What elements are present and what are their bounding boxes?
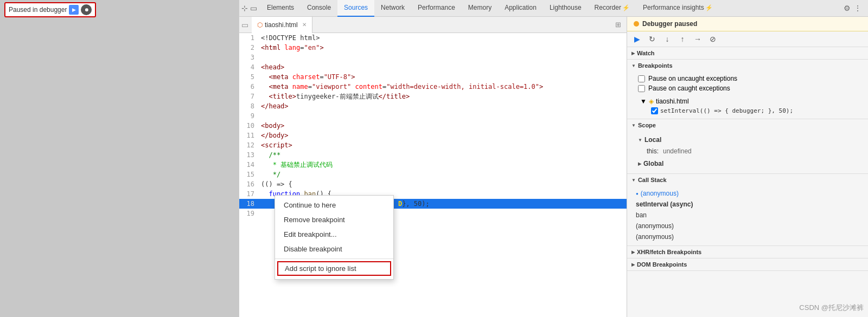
resume-execution-btn[interactable]: ▶ bbox=[631, 34, 642, 44]
tab-bar-right: ⚙ ⋮ bbox=[844, 4, 866, 12]
source-panel-icon: ▭ bbox=[241, 21, 248, 29]
deactivate-bp-btn[interactable]: ⊘ bbox=[707, 34, 718, 44]
context-menu-edit-bp[interactable]: Edit breakpoint... bbox=[275, 227, 393, 242]
tab-sources[interactable]: Sources bbox=[337, 0, 374, 17]
tab-network[interactable]: Network bbox=[374, 0, 411, 17]
step-btn[interactable]: → bbox=[692, 34, 703, 44]
call-stack-section: ▼ Call Stack (anonymous) setInterval (as… bbox=[627, 174, 868, 246]
watch-triangle: ▶ bbox=[631, 51, 635, 56]
tab-recorder[interactable]: Recorder ⚡ bbox=[588, 0, 636, 17]
record-button[interactable]: ⏺ bbox=[81, 4, 92, 15]
more-icon[interactable]: ⋮ bbox=[854, 4, 861, 12]
bp-triangle: ▼ bbox=[631, 63, 636, 68]
call-stack-label: Call Stack bbox=[638, 177, 667, 183]
callstack-item-anon1[interactable]: (anonymous) bbox=[631, 188, 864, 199]
paused-dot bbox=[634, 21, 639, 27]
watch-label: Watch bbox=[637, 50, 655, 56]
recorder-icon: ⚡ bbox=[622, 4, 630, 11]
xhr-section: ▶ XHR/fetch Breakpoints bbox=[627, 246, 868, 258]
step-out-btn[interactable]: ↑ bbox=[677, 34, 688, 44]
debugger-paused-banner: Debugger paused bbox=[627, 17, 868, 31]
debug-toolbar: ▶ ↻ ↓ ↑ → ⊘ bbox=[627, 31, 868, 47]
code-line-14: 14 * 基础禁止调试代码 bbox=[239, 160, 627, 170]
source-file-tab[interactable]: ⬡ tiaoshi.html ✕ bbox=[252, 17, 312, 33]
right-panel: Debugger paused ▶ ↻ ↓ ↑ → ⊘ ▶ Watch bbox=[627, 17, 868, 317]
scope-triangle: ▼ bbox=[631, 123, 636, 128]
code-line-15: 15 */ bbox=[239, 170, 627, 179]
dom-bp-label: DOM Breakpoints bbox=[637, 261, 687, 268]
context-menu-disable-bp[interactable]: Disable breakpoint bbox=[275, 242, 393, 256]
context-menu-continue[interactable]: Continue to here bbox=[275, 198, 393, 212]
context-menu: Continue to here Remove breakpoint Edit … bbox=[275, 195, 394, 280]
scope-header[interactable]: ▼ Scope bbox=[627, 119, 868, 131]
pause-uncaught-checkbox[interactable] bbox=[638, 75, 645, 82]
settings-icon[interactable]: ⚙ bbox=[844, 4, 851, 12]
device-icon[interactable]: ▭ bbox=[250, 4, 257, 12]
debugger-paused-label: Debugger paused bbox=[642, 20, 697, 28]
close-tab-button[interactable]: ✕ bbox=[302, 22, 307, 28]
code-line-12: 12 <script> bbox=[239, 140, 627, 150]
source-filename: tiaoshi.html bbox=[265, 21, 298, 29]
pause-caught-item: Pause on caught exceptions bbox=[638, 83, 864, 93]
pause-uncaught-label: Pause on uncaught exceptions bbox=[648, 75, 737, 82]
code-line-5: 5 <meta charset="UTF-8"> bbox=[239, 72, 627, 82]
tab-elements[interactable]: Elements bbox=[260, 0, 301, 17]
local-triangle: ▼ bbox=[638, 138, 642, 143]
file-tree-label: tiaoshi.html bbox=[656, 98, 689, 105]
global-label: Global bbox=[643, 160, 663, 167]
tab-console[interactable]: Console bbox=[301, 0, 337, 17]
code-line-10: 10 <body> bbox=[239, 121, 627, 131]
tab-bar-icons: ⊹ ▭ bbox=[241, 4, 257, 12]
watermark: CSDN @托尼沙滩裤 bbox=[799, 303, 864, 313]
code-line-2: 2 <html lang="en"> bbox=[239, 43, 627, 53]
step-over-btn[interactable]: ↻ bbox=[647, 34, 658, 44]
tab-bar: ⊹ ▭ Elements Console Sources Network Per… bbox=[239, 0, 868, 17]
tab-lighthouse[interactable]: Lighthouse bbox=[543, 0, 588, 17]
step-into-btn[interactable]: ↓ bbox=[662, 34, 673, 44]
code-line-16: 16 (() => { bbox=[239, 179, 627, 189]
cursor-icon[interactable]: ⊹ bbox=[241, 4, 248, 12]
pause-caught-checkbox[interactable] bbox=[638, 85, 645, 92]
breakpoints-label: Breakpoints bbox=[638, 62, 673, 69]
tab-expand-icon[interactable]: ⊞ bbox=[615, 21, 621, 29]
breakpoints-section: ▼ Breakpoints Pause on uncaught exceptio… bbox=[627, 60, 868, 119]
local-content: this: undefined bbox=[638, 146, 864, 156]
tab-perf-insights[interactable]: Performance insights ⚡ bbox=[636, 0, 719, 17]
paused-badge: Paused in debugger ⏺ bbox=[4, 2, 96, 17]
code-line-6: 6 <meta name="viewport" content="width=d… bbox=[239, 82, 627, 92]
dom-bp-header[interactable]: ▶ DOM Breakpoints bbox=[627, 258, 868, 270]
context-menu-remove-bp[interactable]: Remove breakpoint bbox=[275, 212, 393, 227]
xhr-header[interactable]: ▶ XHR/fetch Breakpoints bbox=[627, 246, 868, 258]
local-header[interactable]: ▼ Local bbox=[638, 133, 864, 146]
callstack-item-setinterval[interactable]: setInterval (async) bbox=[631, 199, 864, 210]
code-line-9: 9 bbox=[239, 111, 627, 121]
callstack-triangle: ▼ bbox=[631, 178, 636, 183]
context-menu-separator bbox=[275, 258, 393, 259]
tab-performance[interactable]: Performance bbox=[411, 0, 462, 17]
callstack-item-anon3[interactable]: (anonymous) bbox=[631, 231, 864, 242]
context-menu-ignore[interactable]: Add script to ignore list bbox=[277, 261, 391, 276]
global-triangle: ▶ bbox=[638, 161, 641, 166]
bp-checkbox[interactable] bbox=[651, 107, 658, 114]
breakpoints-header[interactable]: ▼ Breakpoints bbox=[627, 60, 868, 72]
code-line-7: 7 <title>tinygeeker-前端禁止调试</title> bbox=[239, 92, 627, 101]
code-line-13: 13 /** bbox=[239, 150, 627, 160]
callstack-item-ban[interactable]: ban bbox=[631, 210, 864, 221]
perf-insights-icon: ⚡ bbox=[705, 4, 713, 11]
watch-header[interactable]: ▶ Watch bbox=[627, 47, 868, 59]
global-header[interactable]: ▶ Global bbox=[638, 157, 864, 170]
resume-button[interactable] bbox=[69, 5, 79, 15]
dom-bp-section: ▶ DOM Breakpoints bbox=[627, 258, 868, 271]
file-icon: ◈ bbox=[649, 98, 654, 105]
watch-section: ▶ Watch bbox=[627, 47, 868, 60]
dom-bp-triangle: ▶ bbox=[631, 262, 635, 267]
tab-application[interactable]: Application bbox=[498, 0, 543, 17]
source-tab-bar: ▭ ⬡ tiaoshi.html ✕ ⊞ bbox=[239, 17, 627, 33]
callstack-item-anon2[interactable]: (anonymous) bbox=[631, 221, 864, 231]
breakpoint-line: setInterval(() => { debugger; }, 50); bbox=[638, 106, 864, 115]
file-triangle: ▼ bbox=[640, 98, 647, 105]
call-stack-header[interactable]: ▼ Call Stack bbox=[627, 174, 868, 186]
file-icon-html: ⬡ bbox=[257, 21, 263, 29]
scope-label: Scope bbox=[638, 122, 656, 128]
tab-memory[interactable]: Memory bbox=[462, 0, 498, 17]
